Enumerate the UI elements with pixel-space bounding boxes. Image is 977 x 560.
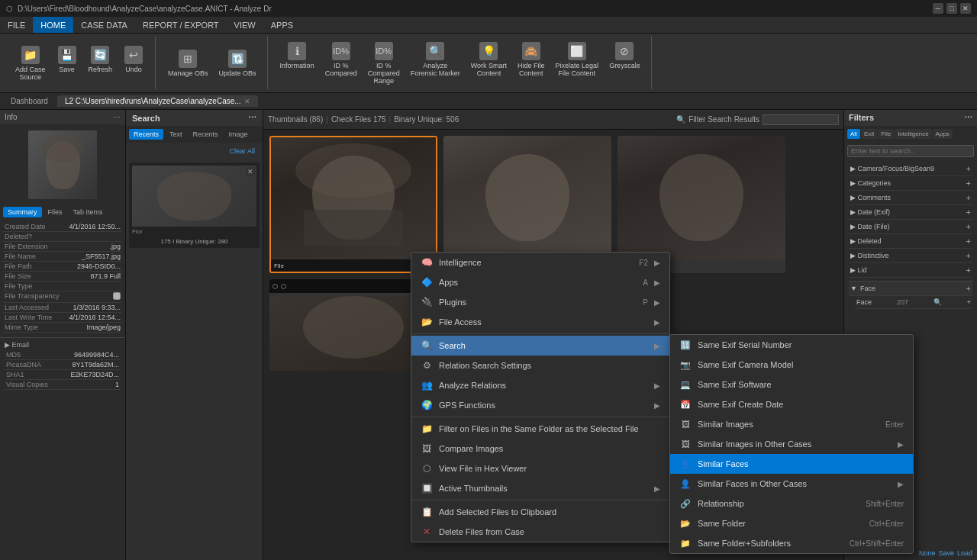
submenu-same-exif-camera[interactable]: 📷 Same Exif Camera Model [670,355,913,375]
ctx-relation-search-settings-label: Relation Search Settings [439,361,660,370]
similar-images-other-icon: 🖼 [679,438,692,450]
exif-software-icon: 💻 [679,378,692,391]
submenu-same-exif-create-date[interactable]: 📅 Same Exif Create Date [670,394,913,414]
ctx-view-hex[interactable]: ⬡ View File in Hex Viewer [411,459,669,478]
ctx-analyze-relations[interactable]: 👥 Analyze Relations ▶ [411,375,669,395]
submenu-same-exif-serial-label: Same Exif Serial Number [698,340,904,349]
analyze-relations-icon: 👥 [421,379,433,391]
submenu-similar-images-label: Similar Images [698,420,879,429]
search-icon: 🔍 [421,340,433,352]
ctx-gps-functions-label: GPS Functions [439,401,648,410]
exif-create-date-icon: 📅 [679,398,692,410]
ctx-relation-search-settings[interactable]: ⚙ Relation Search Settings [411,356,669,375]
exif-serial-icon: 🔢 [679,339,692,351]
submenu-same-exif-software[interactable]: 💻 Same Exif Software [670,375,913,394]
plugins-icon: 🔌 [421,296,433,308]
ctx-file-access-label: File Access [439,317,648,327]
ctx-active-thumbnails-arrow: ▶ [654,484,660,493]
file-access-icon: 📂 [421,316,433,328]
submenu-similar-images-shortcut: Enter [885,420,904,429]
ctx-intelligence[interactable]: 🧠 Intelligence F2 ▶ [411,253,669,272]
ctx-intelligence-arrow: ▶ [654,259,660,267]
ctx-gps-functions-arrow: ▶ [654,401,660,410]
add-selected-files-icon: 📋 [421,506,433,518]
submenu-same-exif-serial[interactable]: 🔢 Same Exif Serial Number [670,335,913,355]
ctx-separator-2 [411,417,669,417]
ctx-file-access-arrow: ▶ [654,318,660,327]
ctx-analyze-relations-label: Analyze Relations [439,381,648,390]
ctx-active-thumbnails[interactable]: 🔲 Active Thumbnails ▶ [411,478,669,498]
ctx-gps-functions[interactable]: 🌍 GPS Functions ▶ [411,395,669,415]
relation-search-settings-icon: ⚙ [421,359,433,372]
ctx-active-thumbnails-label: Active Thumbnails [439,484,648,493]
submenu-similar-images-other-cases[interactable]: 🖼 Similar Images in Other Cases ▶ [670,434,913,454]
ctx-search-label: Search [439,341,648,350]
apps-icon: 🔷 [421,276,433,288]
submenu-same-folder-subfolders-shortcut: Ctrl+Shift+Enter [850,539,904,548]
ctx-apps-arrow: ▶ [654,278,660,287]
active-thumbnails-icon: 🔲 [421,482,433,494]
ctx-apps[interactable]: 🔷 Apps A ▶ [411,272,669,292]
ctx-search-arrow: ▶ [654,342,660,350]
submenu-similar-faces-other-label: Similar Faces in Other Cases [698,479,892,488]
submenu-relationship[interactable]: 🔗 Relationship Shift+Enter [670,494,913,513]
view-hex-icon: ⬡ [421,462,433,475]
ctx-filter-same-folder[interactable]: 📁 Filter on Files in the Same Folder as … [411,419,669,439]
similar-images-other-arrow: ▶ [898,440,904,449]
submenu-similar-faces-label: Similar Faces [698,459,904,468]
submenu-same-folder-subfolders-label: Same Folder+Subfolders [698,539,843,548]
similar-faces-other-arrow: ▶ [898,480,904,488]
compare-images-icon: 🖼 [421,443,433,455]
same-folder-subfolders-icon: 📁 [679,537,692,549]
ctx-filter-same-folder-label: Filter on Files in the Same Folder as th… [439,424,660,433]
ctx-delete-files[interactable]: ✕ Delete Files from Case [411,522,669,542]
submenu-similar-images-other-label: Similar Images in Other Cases [698,439,892,449]
search-submenu: 🔢 Same Exif Serial Number 📷 Same Exif Ca… [669,334,914,554]
submenu-same-folder-shortcut: Ctrl+Enter [869,520,904,528]
ctx-compare-images[interactable]: 🖼 Compare Images [411,439,669,459]
submenu-similar-faces[interactable]: 👤 Similar Faces [670,454,913,474]
submenu-relationship-shortcut: Shift+Enter [866,500,904,508]
context-menu: 🧠 Intelligence F2 ▶ 🔷 Apps A ▶ 🔌 Plugins… [411,252,670,542]
intelligence-icon: 🧠 [421,256,433,269]
submenu-same-exif-software-label: Same Exif Software [698,380,904,389]
similar-faces-other-icon: 👤 [679,478,692,490]
ctx-separator-3 [411,500,669,500]
submenu-similar-faces-other-cases[interactable]: 👤 Similar Faces in Other Cases ▶ [670,474,913,494]
ctx-intelligence-label: Intelligence [439,258,633,267]
ctx-add-selected-files[interactable]: 📋 Add Selected Files to Clipboard [411,502,669,522]
filter-same-folder-icon: 📁 [421,423,433,435]
ctx-view-hex-label: View File in Hex Viewer [439,464,660,473]
submenu-same-folder-subfolders[interactable]: 📁 Same Folder+Subfolders Ctrl+Shift+Ente… [670,533,913,553]
gps-functions-icon: 🌍 [421,399,433,411]
context-menu-overlay: 🧠 Intelligence F2 ▶ 🔷 Apps A ▶ 🔌 Plugins… [0,0,977,560]
ctx-plugins-arrow: ▶ [654,298,660,307]
submenu-same-folder-label: Same Folder [698,519,863,528]
ctx-apps-shortcut: A [643,278,648,287]
similar-images-icon: 🖼 [679,418,692,430]
ctx-file-access[interactable]: 📂 File Access ▶ [411,312,669,332]
ctx-add-selected-files-label: Add Selected Files to Clipboard [439,507,660,517]
ctx-plugins-label: Plugins [439,298,637,307]
ctx-apps-label: Apps [439,278,637,287]
ctx-delete-files-label: Delete Files from Case [439,527,660,536]
submenu-similar-images[interactable]: 🖼 Similar Images Enter [670,414,913,434]
delete-files-icon: ✕ [421,526,433,538]
submenu-same-exif-create-date-label: Same Exif Create Date [698,400,904,409]
submenu-same-folder[interactable]: 📂 Same Folder Ctrl+Enter [670,513,913,533]
ctx-plugins[interactable]: 🔌 Plugins P ▶ [411,292,669,312]
submenu-same-exif-camera-label: Same Exif Camera Model [698,360,904,369]
ctx-separator-1 [411,333,669,334]
ctx-intelligence-shortcut: F2 [639,259,648,267]
exif-camera-icon: 📷 [679,359,692,371]
same-folder-icon: 📂 [679,517,692,529]
ctx-plugins-shortcut: P [643,298,648,307]
ctx-search[interactable]: 🔍 Search ▶ 🔢 Same Exif Serial Number 📷 S… [411,336,669,356]
ctx-analyze-relations-arrow: ▶ [654,381,660,390]
ctx-compare-images-label: Compare Images [439,444,660,453]
submenu-relationship-label: Relationship [698,499,859,508]
similar-faces-icon: 👤 [679,458,692,470]
relationship-icon: 🔗 [679,497,692,510]
